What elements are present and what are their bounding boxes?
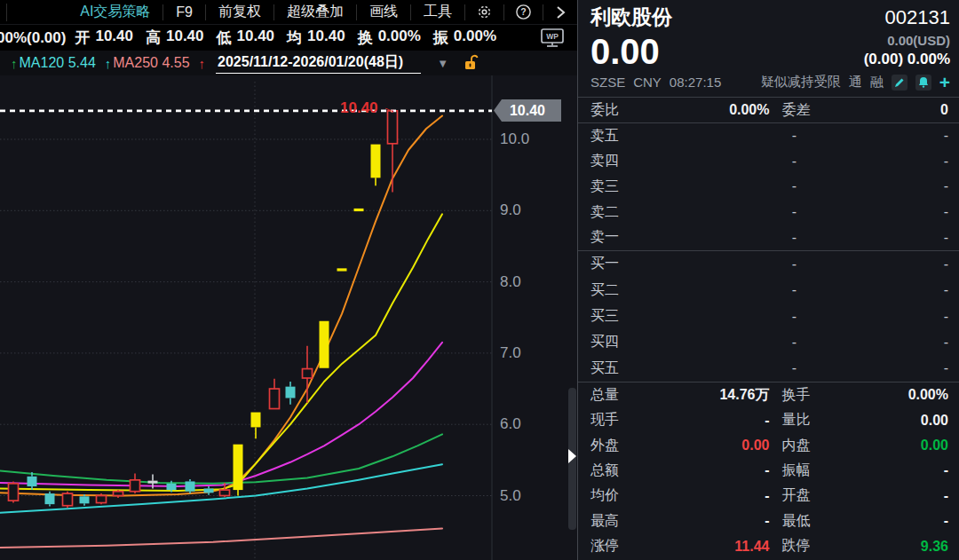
date-range-selector[interactable]: 2025/11/12-2026/01/20(48日) bbox=[216, 53, 421, 74]
annotation-arrow-icon: → bbox=[380, 98, 400, 120]
stat-label: 开盘 bbox=[770, 486, 820, 505]
stat-value: - bbox=[640, 413, 770, 429]
stat-row: 总量14.76万换手0.00% bbox=[578, 383, 959, 407]
stat-label: 均价 bbox=[590, 486, 640, 505]
top-menu-bar: AI交易策略F9前复权超级叠加画线工具 bbox=[0, 0, 577, 25]
restriction-tag: 疑似减持受限 bbox=[761, 74, 841, 91]
menu-item-F9[interactable]: F9 bbox=[163, 4, 205, 20]
bid-row-volume: - bbox=[797, 256, 948, 272]
stats-grid: 总量14.76万换手0.00%现手-量比0.00外盘0.00内盘0.00总额-振… bbox=[578, 383, 959, 559]
stat-label: 振幅 bbox=[770, 461, 820, 480]
ohlc-field-value: 0.00% bbox=[454, 28, 496, 48]
ohlc-field-label: 振 bbox=[433, 28, 448, 48]
stat-row: 总额-振幅- bbox=[578, 458, 959, 483]
change-summary: 00%(0.00) bbox=[0, 29, 66, 47]
edit-button[interactable] bbox=[892, 75, 907, 91]
ask-levels: 卖五--卖四--卖三--卖二--卖一-- bbox=[578, 123, 959, 251]
menu-item-工具[interactable]: 工具 bbox=[411, 3, 464, 21]
ma-legend-0: MA120 5.44 bbox=[20, 55, 96, 71]
candle-body bbox=[320, 321, 329, 368]
ask-row-volume: - bbox=[797, 128, 948, 144]
menu-item-ai-strategy[interactable]: AI交易策略 bbox=[67, 3, 162, 21]
chevron-right-icon bbox=[554, 5, 567, 20]
ask-row-volume: - bbox=[797, 154, 948, 170]
stat-label: 现手 bbox=[590, 411, 640, 430]
candle-body-up bbox=[9, 484, 19, 501]
ohlc-field-label: 高 bbox=[146, 28, 161, 48]
panel-expand-arrow-icon[interactable] bbox=[568, 449, 576, 463]
candle-body bbox=[204, 488, 214, 493]
menu-item-画线[interactable]: 画线 bbox=[357, 3, 410, 21]
svg-text:?: ? bbox=[520, 7, 526, 17]
ask-row-price: - bbox=[640, 178, 797, 194]
ask-row: 卖四-- bbox=[578, 149, 959, 175]
wp-window-button[interactable]: WP bbox=[540, 28, 565, 48]
unlocked-padlock-button[interactable] bbox=[463, 54, 480, 72]
menu-item-前复权[interactable]: 前复权 bbox=[206, 3, 273, 21]
weibi-value: 0.00% bbox=[640, 102, 770, 118]
wp-monitor-icon: WP bbox=[540, 28, 565, 48]
add-to-watchlist-button[interactable]: + bbox=[939, 75, 950, 90]
bid-row-price: - bbox=[640, 360, 797, 376]
bid-row-label: 买一 bbox=[590, 255, 640, 273]
chevron-down-icon[interactable]: ▼ bbox=[437, 57, 448, 70]
ohlc-field: 低10.40 bbox=[217, 28, 275, 48]
ask-row-price: - bbox=[640, 204, 797, 220]
price-axis-tick: 9.0 bbox=[500, 201, 521, 219]
badge-margin: 融 bbox=[870, 74, 884, 91]
candle-body bbox=[371, 145, 381, 178]
menu-item-超级叠加[interactable]: 超级叠加 bbox=[274, 3, 356, 21]
ohlc-field-value: 10.40 bbox=[166, 28, 204, 48]
candle-body-up bbox=[303, 369, 313, 378]
stat-label: 外盘 bbox=[590, 437, 640, 455]
stock-app-window: 10.09.08.07.06.05.0 10.40 10.40 → AI交易策略… bbox=[0, 0, 959, 560]
ask-row-volume: - bbox=[797, 230, 948, 246]
current-price-tag: 10.40 bbox=[494, 99, 561, 122]
stat-value: - bbox=[640, 488, 770, 504]
stat-value: 9.36 bbox=[820, 539, 949, 555]
bid-row: 买四-- bbox=[578, 329, 959, 355]
currency-label: CNY bbox=[633, 75, 662, 90]
menu-divider bbox=[6, 4, 7, 21]
expand-toolbar-button[interactable] bbox=[543, 0, 577, 24]
stat-value: 14.76万 bbox=[640, 386, 770, 405]
candle-body bbox=[286, 387, 296, 398]
bid-row-volume: - bbox=[797, 360, 948, 376]
stat-value: 0.00 bbox=[820, 413, 949, 429]
bid-row: 买二-- bbox=[578, 277, 959, 303]
ohlc-field: 均10.40 bbox=[287, 28, 345, 48]
candle-body bbox=[167, 484, 177, 490]
quote-panel: 利欧股份 002131 0.00 0.00(USD) (0.00) 0.00% … bbox=[577, 0, 959, 560]
candle-body-up bbox=[97, 496, 107, 503]
settings-button[interactable] bbox=[465, 0, 503, 24]
stat-row: 外盘0.00内盘0.00 bbox=[578, 433, 959, 458]
ask-row-volume: - bbox=[797, 178, 948, 194]
alert-button[interactable] bbox=[915, 75, 931, 91]
last-price: 0.00 bbox=[590, 33, 660, 70]
help-button[interactable]: ? bbox=[504, 0, 543, 24]
chart-pane: 10.09.08.07.06.05.0 10.40 10.40 → AI交易策略… bbox=[0, 0, 577, 560]
bid-row-price: - bbox=[640, 309, 797, 325]
stock-code: 002131 bbox=[885, 6, 950, 29]
candlestick-chart[interactable] bbox=[0, 0, 577, 560]
ohlc-field-label: 换 bbox=[358, 28, 373, 48]
bell-icon bbox=[918, 76, 929, 88]
candle-body bbox=[186, 481, 195, 491]
stat-value: - bbox=[820, 462, 949, 478]
stat-row: 涨停11.44跌停9.36 bbox=[578, 534, 959, 559]
ma-line-ma3 bbox=[0, 343, 442, 486]
ohlc-field-value: 10.40 bbox=[307, 28, 345, 48]
price-axis-tick: 6.0 bbox=[500, 415, 521, 433]
stat-value: - bbox=[640, 513, 770, 529]
quote-time: 08:27:15 bbox=[670, 75, 721, 90]
stat-value: - bbox=[820, 513, 949, 529]
candle-body-up bbox=[63, 493, 73, 506]
ask-row-price: - bbox=[640, 128, 797, 144]
candle-body bbox=[251, 413, 261, 428]
bid-row: 买一-- bbox=[578, 251, 959, 277]
candle-body bbox=[45, 493, 55, 504]
candle-body bbox=[80, 496, 90, 503]
bid-row-volume: - bbox=[797, 335, 948, 351]
price-change: (0.00) 0.00% bbox=[864, 51, 950, 68]
stat-value: - bbox=[640, 462, 770, 478]
